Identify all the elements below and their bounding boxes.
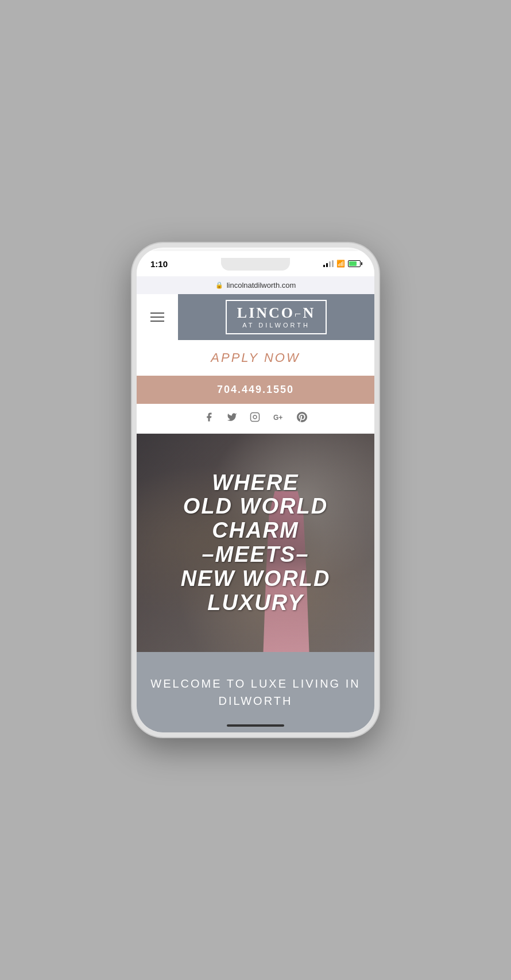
logo-box: LINCO⌐N at Dilworth — [226, 300, 327, 334]
status-time: 1:10 — [150, 259, 168, 269]
logo-slash: ⌐ — [295, 307, 303, 320]
svg-rect-0 — [251, 413, 260, 422]
hero-line-4: –MEETS– — [202, 543, 309, 567]
welcome-section: WELCOME TO LUXE LIVING IN DILWORTH — [137, 652, 374, 732]
googleplus-icon[interactable]: G+ — [273, 412, 284, 425]
welcome-text: WELCOME TO LUXE LIVING IN DILWORTH — [150, 675, 361, 709]
hero-line-2: OLD WORLD — [183, 495, 328, 519]
browser-bar: 🔒 lincolnatdilworth.com — [137, 276, 374, 294]
phone-number: 704.449.1550 — [217, 384, 294, 395]
status-icons: 📶 — [323, 260, 361, 268]
logo-area: LINCO⌐N at Dilworth — [178, 300, 374, 334]
wifi-icon: 📶 — [336, 260, 345, 268]
twitter-icon[interactable] — [227, 412, 237, 425]
hamburger-line — [150, 312, 164, 314]
lock-icon: 🔒 — [215, 281, 223, 289]
facebook-icon[interactable] — [204, 412, 214, 425]
apply-now-text: APPLY NOW — [211, 350, 300, 365]
hero-line-3: CHARM — [212, 519, 299, 543]
site-header: LINCO⌐N at Dilworth — [137, 294, 374, 340]
pinterest-icon[interactable] — [297, 412, 307, 425]
hero-line-6: LUXURY — [207, 591, 304, 615]
hamburger-line — [150, 317, 164, 318]
website-content: LINCO⌐N at Dilworth APPLY NOW 704.449.15… — [137, 294, 374, 732]
url-text: lincolnatdilworth.com — [227, 281, 296, 290]
hero-section: WHERE OLD WORLD CHARM –MEETS– NEW WORLD … — [137, 434, 374, 652]
battery-icon — [348, 260, 361, 267]
instagram-icon[interactable] — [250, 412, 260, 425]
apply-now-section[interactable]: APPLY NOW — [137, 340, 374, 376]
svg-text:G+: G+ — [273, 414, 282, 422]
hero-line-1: WHERE — [212, 471, 299, 495]
phone-bar[interactable]: 704.449.1550 — [137, 376, 374, 404]
logo-text: LINCO⌐N — [237, 306, 315, 321]
social-bar: G+ — [137, 404, 374, 434]
menu-button[interactable] — [137, 294, 178, 340]
signal-icon — [323, 260, 334, 267]
hamburger-line — [150, 321, 164, 322]
logo-subtitle: at Dilworth — [237, 322, 315, 329]
status-bar: 1:10 📶 — [137, 251, 374, 276]
phone-frame: 1:10 📶 🔒 lincolnatdilworth.com — [132, 243, 379, 737]
hero-line-5: NEW WORLD — [181, 567, 331, 591]
hero-text-overlay: WHERE OLD WORLD CHARM –MEETS– NEW WORLD … — [137, 434, 374, 652]
